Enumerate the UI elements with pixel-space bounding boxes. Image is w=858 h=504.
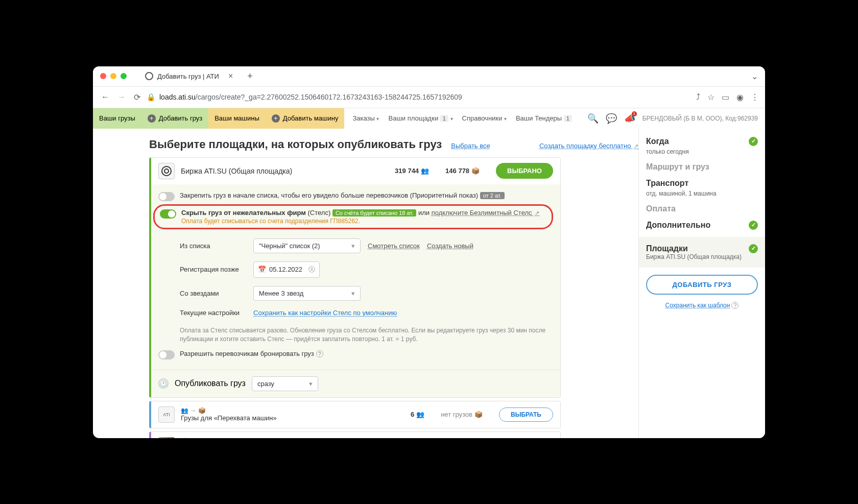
share-icon[interactable]: ⤴ — [696, 92, 700, 102]
stars-label: Со звездами — [180, 290, 246, 297]
search-icon[interactable]: 🔍 — [587, 113, 599, 124]
reg-after-date-input[interactable]: 📅 05.12.2022 ⓧ — [253, 261, 320, 278]
rp-transport[interactable]: Транспорт отд. машиной, 1 машина — [646, 179, 758, 197]
tab-close-icon[interactable]: × — [228, 71, 233, 81]
platform-stat-users: 6 👥 — [411, 411, 424, 418]
nav-directories[interactable]: Справочники ▾ — [462, 114, 507, 122]
browser-tab[interactable]: Добавить груз | АТИ × — [138, 67, 240, 85]
save-default-link[interactable]: Сохранить как настройки Стелс по умолчан… — [253, 309, 397, 317]
hide-warning-text: Оплата будет списываться со счета подраз… — [181, 218, 546, 225]
chevron-down-icon: ▾ — [351, 290, 355, 297]
tabs-dropdown-icon[interactable]: ⌄ — [751, 71, 758, 81]
bookmark-icon[interactable]: ☆ — [707, 92, 714, 102]
right-panel: Когда✓ только сегодня Маршрут и груз Тра… — [638, 129, 765, 438]
stealth-info-text: Оплата за Стелс списывается разово. Обно… — [158, 321, 553, 347]
clear-date-icon[interactable]: ⓧ — [308, 265, 315, 274]
url-field[interactable]: 🔒 loads.ati.su/cargos/create?_ga=2.27600… — [147, 93, 692, 101]
nav-forward-icon: → — [115, 90, 128, 104]
pin-price-badge: от 2 ат. — [480, 192, 505, 199]
platform-stat-users: 319 744 👥 — [395, 167, 429, 175]
window-minimize[interactable] — [110, 73, 116, 79]
platform-no-cargo: нет грузов 📦 — [441, 411, 483, 418]
window-close[interactable] — [100, 73, 106, 79]
people-icon: 👥 — [421, 167, 429, 175]
nav-your-platforms[interactable]: Ваши площадки 1 ▾ — [388, 114, 452, 122]
platform-name: Биржа ATI.SU (Общая площадка) — [181, 167, 389, 175]
nav-your-vehicles[interactable]: Ваши машины — [208, 108, 266, 129]
plus-icon: + — [272, 114, 280, 123]
hide-price-badge: Со счёта будет списано 18 ат. — [332, 209, 416, 217]
rp-when[interactable]: Когда✓ только сегодня — [646, 137, 758, 155]
publish-label: Опубликовать груз — [175, 379, 246, 388]
chevron-down-icon: ▾ — [376, 116, 379, 122]
main-content: Выберите площадки, на которых опубликова… — [93, 129, 638, 438]
rp-extra[interactable]: Дополнительно✓ — [646, 221, 758, 230]
platform-card-2: ATI 👥 → 📦 Грузы для «Перехвата машин» 6 … — [149, 401, 561, 428]
platform-selected-button[interactable]: ВЫБРАНО — [496, 163, 553, 179]
nav-add-vehicle[interactable]: +Добавить машину — [266, 108, 345, 129]
rp-route[interactable]: Маршрут и груз — [646, 162, 758, 172]
hide-or-text: или — [418, 209, 430, 217]
external-link-icon: ↗ — [535, 210, 539, 216]
titlebar: Добавить груз | АТИ × + ⌄ — [93, 66, 765, 87]
nav-back-icon[interactable]: ← — [99, 90, 111, 104]
chevron-down-icon: ▾ — [309, 380, 313, 388]
help-icon[interactable]: ? — [316, 350, 323, 357]
page-title: Выберите площадки, на которых опубликова… — [149, 138, 442, 151]
add-cargo-button[interactable]: ДОБАВИТЬ ГРУЗ — [646, 275, 758, 295]
platform-stat-cargos: 146 778 📦 — [445, 167, 480, 175]
clock-icon: 🕐 — [158, 378, 169, 389]
nav-orders[interactable]: Заказы ▾ — [352, 114, 379, 122]
nav-your-cargos[interactable]: Ваши грузы — [93, 108, 141, 129]
from-list-label: Из списка — [180, 242, 246, 250]
rp-platforms[interactable]: Площадки✓ Биржа ATI.SU (Общая площадка) — [639, 237, 765, 268]
platform-card-main: Биржа ATI.SU (Общая площадка) 319 744 👥 … — [149, 157, 561, 398]
box-icon: 📦 — [471, 167, 480, 175]
check-icon: ✓ — [749, 244, 758, 253]
platform-logo-icon: ATI — [158, 406, 175, 423]
profile-icon[interactable]: ◉ — [736, 92, 744, 102]
nav-reload-icon[interactable]: ⟳ — [132, 90, 142, 104]
new-tab-button[interactable]: + — [247, 71, 253, 82]
chat-icon[interactable]: 💬 — [606, 113, 617, 124]
platform-card-3: 📦 → 🚚 22 3 👥 нет грузов 📦 ВЫБРАТЬ — [149, 431, 561, 438]
chevron-down-icon: ▾ — [504, 116, 507, 122]
nav-your-tenders[interactable]: Ваши Тендеры 1 — [516, 114, 572, 122]
allow-booking-text: Разрешить перевозчикам бронировать груз? — [180, 350, 553, 357]
rp-payment[interactable]: Оплата — [646, 204, 758, 213]
plus-icon: + — [148, 114, 156, 123]
check-icon: ✓ — [749, 137, 758, 146]
people-icon: 👥 — [416, 411, 424, 418]
window-maximize[interactable] — [121, 73, 127, 79]
platform-route-icons: 👥 → 📦 — [181, 407, 277, 414]
help-icon[interactable]: ? — [731, 302, 738, 309]
create-platform-link[interactable]: Создать площадку бесплатно ↗ — [539, 142, 638, 150]
platform-logo-icon — [158, 163, 175, 179]
unlimited-stealth-link[interactable]: подключите Безлимитный Стелс ↗ — [432, 209, 540, 217]
svg-point-1 — [164, 169, 169, 173]
stars-select[interactable]: Менее 3 звезд▾ — [253, 286, 361, 301]
platform-logo-image — [158, 437, 175, 438]
megaphone-icon[interactable]: 📣1 — [624, 113, 635, 124]
select-all-link[interactable]: Выбрать все — [451, 142, 490, 150]
hide-toggle[interactable] — [160, 209, 176, 219]
create-new-link[interactable]: Создать новый — [427, 242, 473, 250]
allow-booking-toggle[interactable] — [158, 350, 175, 359]
view-list-link[interactable]: Смотреть список — [368, 242, 420, 250]
tab-favicon-icon — [145, 72, 153, 80]
nav-add-cargo[interactable]: +Добавить груз — [141, 108, 208, 129]
pin-toggle[interactable] — [158, 192, 175, 201]
chevron-down-icon: ▾ — [351, 242, 355, 250]
reader-icon[interactable]: ▭ — [722, 92, 729, 102]
platform-select-button[interactable]: ВЫБРАТЬ — [499, 407, 553, 422]
reg-after-label: Регистрация позже — [180, 266, 246, 273]
box-icon: 📦 — [474, 411, 483, 418]
from-list-select[interactable]: "Черный" список (2)▾ — [253, 238, 361, 253]
calendar-icon: 📅 — [258, 266, 266, 273]
company-name[interactable]: БРЕНДОВЫЙ (Б В М, ООО), Код:962939 — [642, 115, 758, 122]
tab-title: Добавить груз | АТИ — [157, 73, 219, 80]
menu-icon[interactable]: ⋮ — [751, 92, 759, 102]
publish-select[interactable]: сразу▾ — [252, 376, 318, 391]
platform-name: Грузы для «Перехвата машин» — [181, 414, 277, 422]
save-template-link[interactable]: Сохранить как шаблон? — [646, 302, 758, 309]
